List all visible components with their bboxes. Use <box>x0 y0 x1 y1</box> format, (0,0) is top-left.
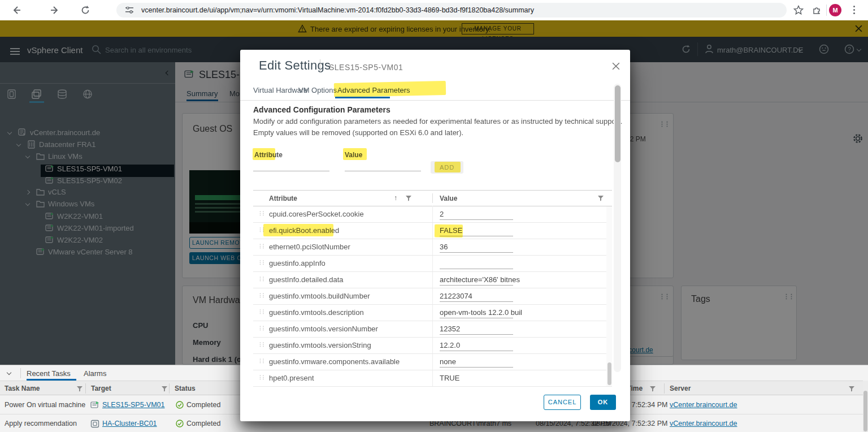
tags-title: Tags <box>691 294 710 304</box>
site-settings-icon[interactable] <box>125 7 133 14</box>
col-target[interactable]: Target <box>91 385 111 392</box>
highlight-value-label <box>343 148 367 160</box>
manage-licenses-button[interactable]: MANAGE YOUR LICENSES <box>462 23 534 34</box>
row-drag-handle-icon[interactable]: ⋮⋮ <box>258 276 264 282</box>
help-icon[interactable]: ? <box>844 44 854 54</box>
param-value[interactable]: architecture='X86' bitnes <box>440 275 520 284</box>
table-scrollbar-thumb[interactable] <box>607 362 611 385</box>
browser-menu-kebab-icon[interactable] <box>853 6 855 7</box>
row-drag-handle-icon[interactable]: ⋮⋮ <box>258 243 264 249</box>
task-server-link[interactable]: vCenter.braincourt.de <box>670 420 737 427</box>
param-value[interactable]: 12.2.0 <box>440 341 460 349</box>
hosts-clusters-tab-icon[interactable] <box>7 89 16 99</box>
value-underline <box>440 219 513 220</box>
active-tab-underline <box>29 101 44 103</box>
task-status: Completed <box>186 401 220 409</box>
chevron-down-icon[interactable] <box>16 142 21 146</box>
filter-icon[interactable] <box>77 386 83 392</box>
feedback-smiley-icon[interactable] <box>819 44 829 54</box>
attribute-input[interactable] <box>253 171 329 171</box>
param-value[interactable]: open-vm-tools 12.2.0 buil <box>440 308 522 317</box>
task-server-link[interactable]: vCenter.braincourt.de <box>670 401 737 409</box>
sidebar-divider <box>0 83 175 84</box>
browser-reload-icon[interactable] <box>80 5 90 15</box>
row-drag-handle-icon[interactable]: ⋮⋮ <box>258 325 264 331</box>
value-input[interactable] <box>345 171 421 171</box>
col-server[interactable]: Server <box>670 385 691 392</box>
col-divider <box>432 193 433 203</box>
user-menu[interactable]: mrath@BRAINCOURT.DE <box>717 46 803 54</box>
param-value[interactable]: 36 <box>440 243 448 251</box>
row-drag-handle-icon[interactable]: ⋮⋮ <box>258 210 264 216</box>
card-drag-handle-icon[interactable]: ⋮⋮ <box>783 293 793 300</box>
task-target-link[interactable]: SLES15-SP5-VM01 <box>102 401 164 409</box>
col-task-name[interactable]: Task Name <box>5 385 40 392</box>
row-drag-handle-icon[interactable]: ⋮⋮ <box>258 358 264 364</box>
row-drag-handle-icon[interactable]: ⋮⋮ <box>258 260 264 265</box>
param-value[interactable]: 12352 <box>440 325 460 333</box>
status-completed-icon <box>176 401 184 409</box>
tasks-scrollbar-thumb[interactable] <box>863 391 867 431</box>
param-value[interactable]: none <box>440 357 456 366</box>
param-attribute: guestinfo.vmtools.buildNumber <box>269 292 370 300</box>
param-value[interactable]: 2 <box>440 210 444 218</box>
gear-icon[interactable] <box>852 133 863 144</box>
modal-scrollbar-track[interactable] <box>614 84 621 372</box>
filter-icon[interactable] <box>849 386 854 392</box>
card-drag-handle-icon[interactable]: ⋮⋮ <box>659 293 669 300</box>
chevron-down-icon[interactable] <box>7 130 12 135</box>
row-drag-handle-icon[interactable]: ⋮⋮ <box>258 309 264 314</box>
tab-vm-options[interactable]: VM Options <box>298 86 337 94</box>
param-attribute: guestinfo.vmtools.versionString <box>269 341 371 349</box>
vm-title-icon <box>184 70 194 79</box>
bookmark-star-icon[interactable] <box>793 5 804 15</box>
modal-close-icon[interactable] <box>612 62 620 70</box>
network-tab-icon[interactable] <box>83 89 93 99</box>
card-drag-handle-icon[interactable]: ⋮⋮ <box>659 120 669 128</box>
cancel-button[interactable]: CANCEL <box>544 395 581 410</box>
status-completed-icon <box>176 420 184 427</box>
filter-icon[interactable] <box>406 196 411 201</box>
url-text[interactable]: vcenter.braincourt.de/ui/app/vm;nav=v/ur… <box>141 6 780 14</box>
table-col-attribute[interactable]: Attribute <box>269 195 297 202</box>
browser-profile-avatar[interactable]: M <box>829 4 841 16</box>
tab-alarms[interactable]: Alarms <box>84 369 106 378</box>
extensions-icon[interactable] <box>812 5 822 15</box>
task-target-link[interactable]: HA-Cluster-BC01 <box>102 420 157 427</box>
banner-close-icon[interactable] <box>855 25 862 32</box>
filter-icon[interactable] <box>162 386 167 392</box>
browser-back-icon[interactable] <box>11 5 21 15</box>
chevron-right-icon[interactable] <box>25 190 30 195</box>
filter-icon[interactable] <box>598 196 604 201</box>
hamburger-menu-icon[interactable] <box>10 46 20 57</box>
param-attribute: guestInfo.detailed.data <box>269 275 344 284</box>
tasks-scrollbar-track[interactable] <box>863 381 868 432</box>
browser-forward-icon[interactable] <box>50 5 60 15</box>
table-col-value[interactable]: Value <box>440 195 457 202</box>
row-drag-handle-icon[interactable]: ⋮⋮ <box>258 342 264 347</box>
global-search-input[interactable]: Search in all environments <box>105 46 192 54</box>
storage-tab-icon[interactable] <box>57 89 67 99</box>
product-title[interactable]: vSphere Client <box>27 45 83 55</box>
chevron-down-icon[interactable] <box>25 154 30 158</box>
col-divider <box>169 383 170 394</box>
collapse-tasks-chevron-icon[interactable] <box>7 370 11 375</box>
param-value[interactable]: TRUE <box>440 374 459 382</box>
filter-icon[interactable] <box>650 386 656 392</box>
vms-templates-tab-icon[interactable] <box>32 89 42 99</box>
col-status[interactable]: Status <box>175 385 196 392</box>
modal-scrollbar-thumb[interactable] <box>615 85 620 162</box>
sort-asc-icon[interactable]: ↑ <box>394 194 397 202</box>
row-drag-handle-icon[interactable]: ⋮⋮ <box>258 374 264 380</box>
ok-button[interactable]: OK <box>590 395 616 410</box>
collapse-sidebar-icon[interactable] <box>166 71 170 75</box>
tasks-divider <box>20 368 21 378</box>
section-heading: Advanced Configuration Parameters <box>253 105 390 114</box>
tab-summary[interactable]: Summary <box>186 89 218 98</box>
tab-recent-tasks[interactable]: Recent Tasks <box>27 369 71 378</box>
row-drag-handle-icon[interactable]: ⋮⋮ <box>258 292 264 298</box>
param-value[interactable]: 21223074 <box>440 292 472 300</box>
table-scrollbar-track[interactable] <box>606 206 612 386</box>
refresh-icon[interactable] <box>681 44 691 54</box>
chevron-down-icon[interactable] <box>25 201 30 206</box>
